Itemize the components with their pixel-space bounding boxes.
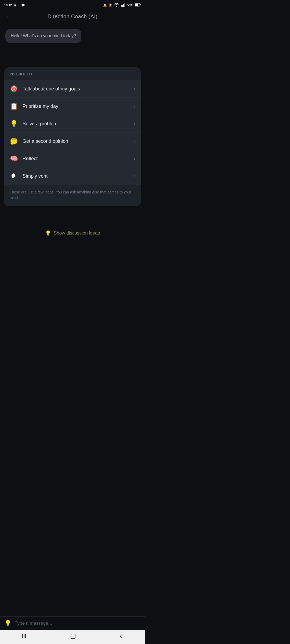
status-right: 🔔 🔇 58%	[103, 3, 141, 7]
status-time: 18:42	[4, 3, 12, 7]
prioritize-arrow: ›	[134, 104, 135, 109]
reflect-icon: 🧠	[10, 155, 18, 162]
chat-container: Hello! What's on your mind today?	[0, 23, 145, 46]
menu-item-goals[interactable]: 🎯 Talk about one of my goals ›	[4, 80, 141, 97]
signal-icon	[121, 3, 126, 7]
menu-item-prioritize[interactable]: 📋 Prioritize my day ›	[4, 97, 141, 115]
svg-rect-5	[140, 4, 141, 6]
show-ideas-label: Show discussion ideas	[54, 230, 100, 236]
prioritize-icon: 📋	[10, 103, 18, 110]
menu-section-label: I'D LIKE TO...	[4, 67, 141, 80]
menu-item-opinion[interactable]: 🤔 Get a second opinion ›	[4, 132, 141, 150]
show-ideas-icon: 💡	[45, 230, 51, 236]
status-bar: 18:42 🖼 ♪ 💬 • 🔔 🔇 58%	[0, 0, 145, 10]
svg-rect-0	[121, 5, 122, 7]
back-button[interactable]: ←	[5, 13, 11, 20]
menu-item-solve[interactable]: 💡 Solve a problem ›	[4, 115, 141, 132]
alarm-icon: 🔔	[103, 3, 107, 7]
music-icon: ♪	[18, 3, 20, 7]
vent-arrow: ›	[134, 173, 135, 179]
vent-icon: 🗣	[10, 172, 18, 180]
solve-icon: 💡	[10, 120, 18, 127]
solve-label: Solve a problem	[23, 121, 57, 127]
goals-arrow: ›	[134, 86, 135, 92]
menu-item-vent[interactable]: 🗣 Simply vent ›	[4, 167, 141, 185]
svg-rect-2	[123, 4, 124, 7]
svg-rect-3	[124, 3, 125, 7]
svg-rect-6	[135, 4, 138, 6]
gallery-icon: 🖼	[13, 3, 16, 7]
battery-icon	[135, 3, 141, 7]
dot-indicator: •	[27, 3, 28, 7]
greeting-text: Hello! What's on your mind today?	[11, 34, 76, 38]
opinion-label: Get a second opinion	[23, 138, 68, 144]
opinion-icon: 🤔	[10, 137, 18, 145]
menu-card-wrapper: I'D LIKE TO... 🎯 Talk about one of my go…	[0, 62, 145, 210]
wifi-icon	[114, 3, 119, 7]
header-title: Direction Coach (AI)	[48, 13, 97, 20]
reflect-arrow: ›	[134, 156, 135, 162]
menu-footer-text: These are just a few ideas! You can ask …	[4, 185, 141, 206]
show-ideas-button[interactable]: 💡 Show discussion ideas	[37, 226, 108, 240]
greeting-bubble: Hello! What's on your mind today?	[5, 29, 81, 43]
solve-arrow: ›	[134, 121, 135, 127]
app-header: ← Direction Coach (AI)	[0, 10, 145, 23]
opinion-arrow: ›	[134, 138, 135, 144]
svg-rect-1	[122, 5, 123, 7]
whatsapp-icon: 💬	[21, 3, 25, 7]
status-left: 18:42 🖼 ♪ 💬 •	[4, 3, 28, 7]
prioritize-label: Prioritize my day	[23, 104, 58, 109]
menu-card: I'D LIKE TO... 🎯 Talk about one of my go…	[4, 67, 141, 206]
menu-item-reflect[interactable]: 🧠 Reflect ›	[4, 150, 141, 167]
battery-percent: 58%	[127, 3, 133, 7]
mute-icon: 🔇	[108, 3, 112, 7]
goals-label: Talk about one of my goals	[23, 86, 80, 92]
reflect-label: Reflect	[23, 156, 38, 162]
bottom-area: 💡 Show discussion ideas	[0, 226, 145, 245]
goals-icon: 🎯	[10, 85, 18, 93]
vent-label: Simply vent	[23, 173, 48, 179]
